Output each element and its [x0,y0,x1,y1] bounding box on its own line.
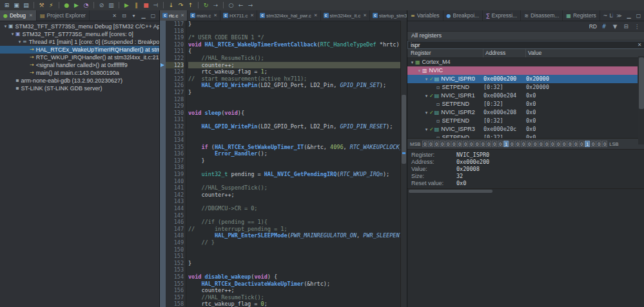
sfr-row[interactable]: ▾✓▤NVIC_ISPR10xe000e2040x0 [407,92,638,100]
code-line[interactable] [188,198,400,205]
collapse-all-icon[interactable]: ⊟ [121,12,128,19]
code-line[interactable] [188,266,400,273]
editor-tab-stm32l4xx_hal_pwr.c[interactable]: cstm32l4xx_hal_pwr.c✕ [257,10,321,21]
column-header-address[interactable]: Address [483,49,526,57]
filter-icon[interactable]: ▼ [611,23,619,30]
line-number[interactable]: 144 [166,205,184,212]
line-number[interactable]: 149 [166,239,184,246]
editor-tab-stm32l4xx_it.c[interactable]: cstm32l4xx_it.c✕ [321,10,370,21]
maximize-icon[interactable]: ▢ [635,12,642,19]
line-number[interactable]: 136 [166,150,184,157]
bit-box[interactable]: 0 [457,141,462,147]
line-number[interactable]: 158 [166,301,184,307]
maximize-icon[interactable]: ▢ [150,12,157,19]
view-tab-Debug[interactable]: ●Debug✕ [0,10,37,21]
line-number[interactable]: 128 [166,96,184,103]
close-icon[interactable]: ✕ [363,13,367,18]
line-number[interactable]: 130 [166,110,184,117]
line-number[interactable]: 141 [166,184,184,192]
column-header-value[interactable]: Value [526,49,644,57]
sfr-row[interactable]: ▾▥NVIC [407,66,638,75]
code-line[interactable]: rtc_wakeup_flag = 0; [188,301,400,307]
close-icon[interactable]: ✕ [181,13,184,18]
code-line[interactable]: // interrupt_pending = 1; [188,226,400,233]
debug-tree-item[interactable]: →RTC_WKUP_IRQHandler() at stm32l4xx_it.c… [0,54,159,61]
bit-box[interactable]: 0 [469,141,474,147]
code-line[interactable]: HAL_GPIO_WritePin(LD2_GPIO_Port, LD2_Pin… [188,82,400,89]
scrollbar-thumb[interactable] [409,190,493,193]
line-number[interactable]: 129 [166,103,184,110]
line-number[interactable]: 121 [166,48,184,55]
editor-tab-rtc.c[interactable]: crtc.c✕ [160,10,188,21]
line-number[interactable]: 120 [166,41,184,48]
bit-box[interactable]: 0 [602,141,607,147]
editor-tab-startup_stm32l4...[interactable]: cstartup_stm32l4...✕ [370,10,407,21]
view-menu-icon[interactable]: ▾ [130,12,137,19]
view-tab-Disassem...[interactable]: ≋Disassem... [521,10,563,21]
debug-tree-item[interactable]: ▪arm-none-eabi-gdb (13.2.90.20230627) [0,77,159,84]
line-number[interactable]: 119 [166,34,184,41]
annotation-ruler[interactable] [160,21,166,307]
view-tab-Project Explorer[interactable]: ▤Project Explorer [37,10,90,21]
code-line[interactable]: //HAL_ResumeTick(); [188,294,400,301]
line-number[interactable]: 146 [166,219,184,226]
suspend-icon[interactable]: ∥ [132,1,141,10]
line-number[interactable]: 123 [166,62,184,69]
bit-box[interactable]: 0 [480,141,485,147]
last-edit-icon[interactable]: ← [237,1,245,10]
code-line[interactable]: } [188,89,400,96]
line-number-gutter[interactable]: 1171181191201211221231241251261271281291… [166,21,186,307]
sfr-row[interactable]: ▫SETPEND[0:32]0x0 [407,100,638,108]
overflow-tabs-icon[interactable]: ≫ [616,12,623,19]
code-line[interactable]: counter++; [188,287,400,294]
code-line[interactable] [188,246,400,253]
debug-tree-item[interactable]: →<signal handler called>() at 0xfffffff9 [0,61,159,69]
minimize-icon[interactable]: ▁ [625,12,632,19]
bit-box[interactable]: 0 [492,141,497,147]
code-line[interactable]: HAL_PWR_EnterSLEEPMode(PWR_MAINREGULATOR… [188,232,400,239]
sfr-row[interactable]: ▾✓▤NVIC_ISPR30xe000e20c0x0 [407,125,638,134]
debug-tree-item[interactable]: ▾≡Thread #1 [main] 1 [core: 0] (Suspende… [0,38,159,46]
code-line[interactable]: } [188,21,400,28]
bit-box[interactable]: 0 [567,141,572,147]
view-tab-Registers[interactable]: ▦Registers [563,10,600,21]
build-icon[interactable]: ⚒ [37,1,46,10]
flash-icon[interactable]: ⚡ [47,1,55,10]
debug-tree-item[interactable]: ▪ST-LINK (ST-LINK GDB server) [0,84,159,92]
code-line[interactable] [188,178,400,185]
code-line[interactable] [188,164,400,171]
line-number[interactable]: 137 [166,157,184,164]
column-header-register[interactable]: Register [407,49,483,57]
collapse-all-icon[interactable]: ⊟ [622,23,630,30]
save-icon[interactable]: ▣ [12,1,21,10]
new-wizard-icon[interactable]: ⊞ [3,1,11,10]
bit-box[interactable]: 0 [463,141,468,147]
bit-box[interactable]: 0 [596,141,601,147]
bit-box[interactable]: 0 [474,141,480,147]
bit-box[interactable]: 1 [503,141,509,147]
line-number[interactable]: 148 [166,232,184,239]
line-number[interactable]: 124 [166,68,184,75]
view-tab-Variables[interactable]: ≡Variables [407,10,444,21]
register-filter-dropdown[interactable]: All registers [407,32,644,41]
sfr-row[interactable]: ▾▦Cortex_M4 [407,58,638,66]
line-number[interactable]: 152 [166,260,184,267]
disconnect-icon[interactable]: ⊣ [151,1,160,10]
bit-box[interactable]: 0 [422,141,427,147]
open-element-icon[interactable]: ○ [227,1,235,10]
bit-box[interactable]: 0 [544,141,549,147]
sfr-search-input[interactable] [408,41,635,48]
code-line[interactable]: HAL_GPIO_WritePin(LD2_GPIO_Port, LD2_Pin… [188,123,400,130]
code-line[interactable] [188,28,400,35]
code-line[interactable]: //HAL_SuspendTick(); [188,184,400,192]
debug-icon[interactable]: ● [63,1,71,10]
clear-search-icon[interactable]: ✕ [635,42,644,48]
close-icon[interactable]: ✕ [213,13,217,18]
line-number[interactable]: 125 [166,75,184,83]
line-number[interactable]: 117 [166,21,184,28]
line-number[interactable]: 140 [166,178,184,185]
bit-box[interactable]: 0 [445,141,451,147]
code-line[interactable]: //if (pending == 1){ [188,219,400,226]
bit-box[interactable]: 0 [509,141,514,147]
hex-display-icon[interactable]: # [600,23,608,30]
